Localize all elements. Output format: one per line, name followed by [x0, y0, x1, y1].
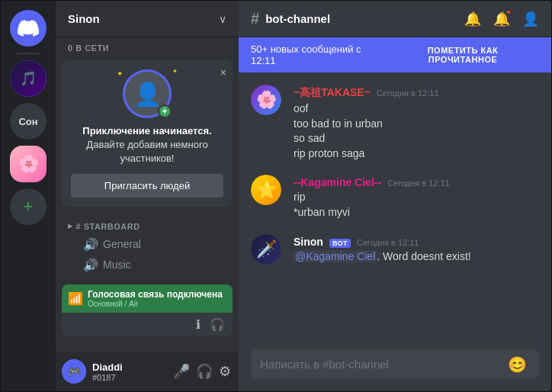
voice-icon-2: 🔊: [83, 258, 98, 272]
avatar: 🗡️: [251, 234, 281, 265]
channel-list: ▶ # starboard 🔊 General 🔊 Music 📶: [56, 213, 239, 352]
list-item: *urban myvi: [294, 205, 539, 220]
voice-info-button[interactable]: ℹ: [194, 316, 202, 333]
starboard-label: # starboard: [76, 222, 140, 231]
voice-disconnect-button[interactable]: 🎧: [208, 316, 226, 333]
message-header: ~高祖TAKASE~ Сегодня в 12:11: [294, 86, 539, 100]
message-content: rip *urban myvi: [294, 190, 539, 220]
channel-hash: #: [251, 10, 259, 27]
settings-icon[interactable]: ⚙: [217, 361, 233, 381]
message-author[interactable]: Sinon: [294, 236, 323, 248]
input-area: 😊: [239, 349, 551, 391]
notification-dot: [505, 9, 512, 15]
message-header: Sinon BOT Сегодня в 12:11: [294, 236, 539, 248]
channel-item-general[interactable]: 🔊 General: [62, 234, 233, 255]
app-window: 🎵 Сон 🌸 + Sinon ∨ 0 В СЕТИ × ✦: [0, 0, 552, 392]
user-avatar-kagamine: ⭐: [251, 175, 281, 205]
table-row: 🌸 ~高祖TAKASE~ Сегодня в 12:11 oof too bad…: [239, 85, 551, 162]
voice-section: 📶 Голосовая связь подключена Основной / …: [56, 281, 239, 339]
channel-sidebar: Sinon ∨ 0 В СЕТИ × ✦ · ✦ · ·: [56, 1, 239, 391]
server-icon-2[interactable]: Сон: [10, 103, 47, 140]
channel-header: # bot-channel 🔔 🔔 👤: [239, 1, 551, 37]
message-timestamp: Сегодня в 12:11: [357, 238, 419, 247]
welcome-avatar: 👤 +: [123, 69, 172, 118]
messages-area[interactable]: 50+ новых сообщений с 12:11 ПОМЕТИТЬ КАК…: [239, 37, 551, 349]
channel-item-music[interactable]: 🔊 Music: [62, 255, 233, 275]
welcome-text: Приключение начинается. Давайте добавим …: [71, 124, 223, 166]
headphone-icon[interactable]: 🎧: [194, 361, 214, 381]
sidebar-body: 0 В СЕТИ × ✦ · ✦ · · 👤: [56, 37, 239, 391]
invite-people-button[interactable]: Пригласить людей: [71, 174, 223, 198]
server-sidebar: 🎵 Сон 🌸 +: [1, 1, 56, 391]
message-input[interactable]: [260, 349, 505, 379]
welcome-avatar-container: ✦ · ✦ · · 👤 +: [71, 69, 223, 118]
username: Diaddi: [92, 361, 165, 373]
voice-info: Голосовая связь подключена Основной / Ai…: [88, 289, 223, 308]
server-icon-1[interactable]: 🎵: [10, 60, 47, 97]
message-header: --Kagamine Ciel-- Сегодня в 12:11: [294, 176, 539, 188]
general-channel-label: General: [103, 238, 141, 250]
emoji-button[interactable]: 😊: [505, 352, 530, 377]
plus-badge: +: [158, 104, 172, 118]
channel-category[interactable]: ▶ # starboard: [56, 219, 239, 234]
user-avatar-sinon: 🗡️: [251, 234, 281, 265]
list-item: so sad: [294, 131, 539, 146]
bot-badge: BOT: [329, 239, 351, 248]
server-label-2: Сон: [18, 116, 37, 127]
voice-connected-text: Голосовая связь подключена: [88, 289, 223, 300]
music-channel-label: Music: [103, 259, 131, 271]
voice-connected-status: 📶 Голосовая связь подключена Основной / …: [62, 284, 233, 313]
messages-list: 🌸 ~高祖TAKASE~ Сегодня в 12:11 oof too bad…: [239, 72, 551, 290]
message-content: @Kagamine Ciel. Word doesnt exist!: [294, 249, 539, 265]
message-timestamp: Сегодня в 12:11: [377, 88, 439, 98]
message-content: oof too bad to in urban so sad rip proto…: [294, 101, 539, 161]
message-timestamp: Сегодня в 12:11: [387, 178, 450, 188]
discord-logo-button[interactable]: [10, 10, 47, 47]
unread-count-text: 50+ новых сообщений с 12:11: [251, 43, 387, 66]
notification-icon-with-badge[interactable]: 🔔: [493, 11, 510, 27]
online-count: 0 В СЕТИ: [56, 37, 239, 54]
message-input-wrapper: 😊: [251, 349, 539, 379]
welcome-card: × ✦ · ✦ · · 👤 +: [62, 60, 233, 207]
microphone-icon[interactable]: 🎤: [172, 361, 191, 381]
sidebar-header: Sinon ∨: [56, 1, 239, 37]
user-discriminator: #0187: [92, 373, 165, 382]
current-user-avatar: 🎮: [62, 359, 86, 384]
server-icon-3[interactable]: 🌸: [10, 146, 47, 182]
user-controls: 🎤 🎧 ⚙: [172, 361, 233, 381]
user-bar: 🎮 Diaddi #0187 🎤 🎧 ⚙: [56, 352, 239, 391]
user-info: Diaddi #0187: [92, 361, 165, 382]
list-item: rip proton saga: [294, 146, 539, 162]
user-avatar-takase: 🌸: [251, 85, 281, 115]
server-divider: [16, 53, 40, 54]
members-icon[interactable]: 👤: [522, 11, 539, 27]
avatar: ⭐: [251, 175, 281, 205]
mark-read-button[interactable]: ПОМЕТИТЬ КАК ПРОЧИТАННОЕ: [387, 44, 539, 66]
add-server-button[interactable]: +: [10, 188, 47, 225]
table-row: 🗡️ Sinon BOT Сегодня в 12:11 @Kagamine C…: [239, 234, 551, 266]
voice-icon: 🔊: [83, 237, 98, 252]
server-name: Sinon: [68, 12, 100, 25]
unread-banner: 50+ новых сообщений с 12:11 ПОМЕТИТЬ КАК…: [239, 37, 551, 72]
mention-tag: @Kagamine Ciel: [294, 250, 377, 262]
voice-actions: ℹ 🎧: [62, 313, 233, 336]
list-item: oof: [294, 101, 539, 117]
main-content: # bot-channel 🔔 🔔 👤 50+ новых сообщений …: [239, 1, 551, 391]
message-author[interactable]: ~高祖TAKASE~: [294, 86, 371, 100]
header-actions: 🔔 🔔 👤: [464, 11, 539, 27]
voice-channel-name: Основной / Air: [88, 300, 223, 308]
notification-bell-icon[interactable]: 🔔: [464, 11, 481, 27]
table-row: ⭐ --Kagamine Ciel-- Сегодня в 12:11 rip …: [239, 175, 551, 221]
channel-name: bot-channel: [265, 12, 330, 25]
avatar: 🌸: [251, 85, 281, 115]
signal-icon: 📶: [68, 291, 83, 306]
list-item: too bad to in urban: [294, 117, 539, 132]
list-item: rip: [294, 190, 539, 205]
chevron-down-icon[interactable]: ∨: [219, 13, 226, 25]
message-author[interactable]: --Kagamine Ciel--: [294, 176, 381, 188]
